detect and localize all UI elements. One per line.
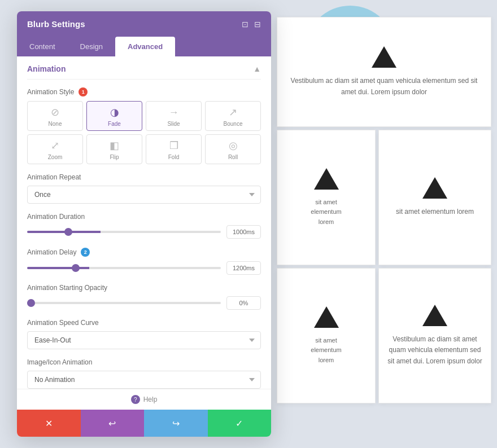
none-icon: ⊘ [51, 106, 59, 118]
panel-title: Blurb Settings [27, 19, 85, 29]
flip-icon: ◧ [110, 139, 119, 152]
confirm-icon: ✓ [236, 418, 243, 429]
animation-repeat-select[interactable]: Once Loop Infinite [27, 186, 261, 204]
badge-2: 2 [81, 248, 90, 257]
animation-duration-group: Animation Duration 1000ms [27, 213, 261, 239]
tab-design[interactable]: Design [68, 37, 115, 56]
animation-duration-slider[interactable] [27, 231, 221, 233]
animation-repeat-label: Animation Repeat [27, 173, 261, 181]
tab-content[interactable]: Content [17, 37, 68, 56]
bounce-icon: ↗ [229, 106, 237, 118]
anim-option-fade[interactable]: ◑ Fade [86, 101, 142, 131]
bottom-toolbar: ✕ ↩ ↪ ✓ [17, 410, 271, 437]
card-icon-top [372, 46, 396, 68]
animation-opacity-group: Animation Starting Opacity 0% [27, 284, 261, 310]
preview-card-bot-left: sit ametelementumlorem [277, 268, 376, 403]
animation-duration-slider-row: 1000ms [27, 225, 261, 239]
zoom-icon: ⤢ [51, 139, 59, 152]
help-icon: ? [131, 395, 140, 404]
roll-icon: ◎ [229, 139, 238, 152]
card-icon-bot-left [314, 306, 339, 328]
animation-delay-value: 1200ms [226, 261, 261, 275]
animation-speed-label: Animation Speed Curve [27, 319, 261, 327]
anim-option-bounce[interactable]: ↗ Bounce [205, 101, 261, 131]
minimize-icon[interactable]: ⊟ [254, 20, 261, 29]
section-animation: Animation ▲ [27, 56, 261, 80]
fold-icon: ❒ [169, 139, 178, 152]
card-icon-bot-right [422, 305, 447, 326]
help-bar: ? Help [17, 389, 271, 410]
animation-speed-select[interactable]: Ease-In-Out Linear Ease-In Ease-Out [27, 331, 261, 349]
redo-button[interactable]: ↪ [144, 410, 208, 437]
animation-style-group: Animation Style 1 ⊘ None ◑ Fade → Slide … [27, 87, 261, 164]
tab-advanced[interactable]: Advanced [115, 37, 175, 56]
card-icon-mid-left [314, 168, 339, 190]
animation-delay-slider[interactable] [27, 267, 221, 269]
animation-duration-value: 1000ms [226, 225, 261, 239]
card-text-top: Vestibulum ac diam sit amet quam vehicul… [286, 76, 482, 97]
animation-style-grid: ⊘ None ◑ Fade → Slide ↗ Bounce ⤢ Zoom [27, 101, 261, 164]
cancel-icon: ✕ [45, 418, 53, 429]
slide-icon: → [169, 106, 179, 118]
anim-option-slide[interactable]: → Slide [146, 101, 202, 131]
help-text[interactable]: Help [143, 396, 158, 403]
confirm-button[interactable]: ✓ [208, 410, 272, 437]
animation-opacity-value: 0% [226, 296, 261, 310]
preview-card-mid-right: sit amet elementum lorem [378, 130, 491, 265]
fade-icon: ◑ [110, 106, 119, 118]
animation-repeat-group: Animation Repeat Once Loop Infinite [27, 173, 261, 204]
preview-card-bot-right: Vestibulum ac diam sit amet quam vehicul… [378, 268, 491, 403]
animation-delay-slider-row: 1200ms [27, 261, 261, 275]
settings-panel: Blurb Settings ⊡ ⊟ Content Design Advanc… [17, 11, 271, 437]
animation-style-label: Animation Style [27, 88, 74, 96]
animation-opacity-slider-row: 0% [27, 296, 261, 310]
undo-icon: ↩ [108, 418, 116, 429]
animation-speed-group: Animation Speed Curve Ease-In-Out Linear… [27, 319, 261, 349]
preview-card-mid-left: sit ametelementumlorem [277, 130, 376, 265]
redo-icon: ↪ [172, 418, 180, 429]
anim-option-zoom[interactable]: ⤢ Zoom [27, 134, 83, 164]
preview-card-top: Vestibulum ac diam sit amet quam vehicul… [277, 17, 491, 127]
section-collapse-icon[interactable]: ▲ [253, 64, 261, 73]
card-text-mid-left: sit ametelementumlorem [311, 197, 341, 227]
image-animation-label: Image/Icon Animation [27, 358, 261, 366]
panel-body: Animation ▲ Animation Style 1 ⊘ None ◑ F… [17, 56, 271, 389]
animation-opacity-slider[interactable] [27, 302, 221, 304]
animation-duration-label: Animation Duration [27, 213, 261, 221]
panel-header: Blurb Settings ⊡ ⊟ [17, 11, 271, 37]
anim-option-roll[interactable]: ◎ Roll [205, 134, 261, 164]
animation-opacity-label: Animation Starting Opacity [27, 284, 261, 292]
badge-1: 1 [79, 87, 88, 96]
card-text-bot-left: sit ametelementumlorem [311, 336, 341, 366]
card-text-mid-right: sit amet elementum lorem [396, 207, 474, 217]
header-icons: ⊡ ⊟ [242, 20, 261, 29]
animation-delay-group: Animation Delay 2 1200ms [27, 248, 261, 275]
undo-button[interactable]: ↩ [81, 410, 145, 437]
panel-tabs: Content Design Advanced [17, 37, 271, 56]
section-title: Animation [27, 64, 66, 73]
anim-option-none[interactable]: ⊘ None [27, 101, 83, 131]
image-animation-group: Image/Icon Animation No Animation Fade S… [27, 358, 261, 389]
card-text-bot-right: Vestibulum ac diam sit amet quam vehicul… [386, 334, 484, 367]
settings-icon[interactable]: ⊡ [242, 20, 249, 29]
image-animation-select[interactable]: No Animation Fade Slide Bounce [27, 371, 261, 389]
animation-delay-label: Animation Delay [27, 248, 76, 256]
anim-option-flip[interactable]: ◧ Flip [86, 134, 142, 164]
cancel-button[interactable]: ✕ [17, 410, 81, 437]
anim-option-fold[interactable]: ❒ Fold [146, 134, 202, 164]
card-icon-mid-right [422, 177, 447, 199]
